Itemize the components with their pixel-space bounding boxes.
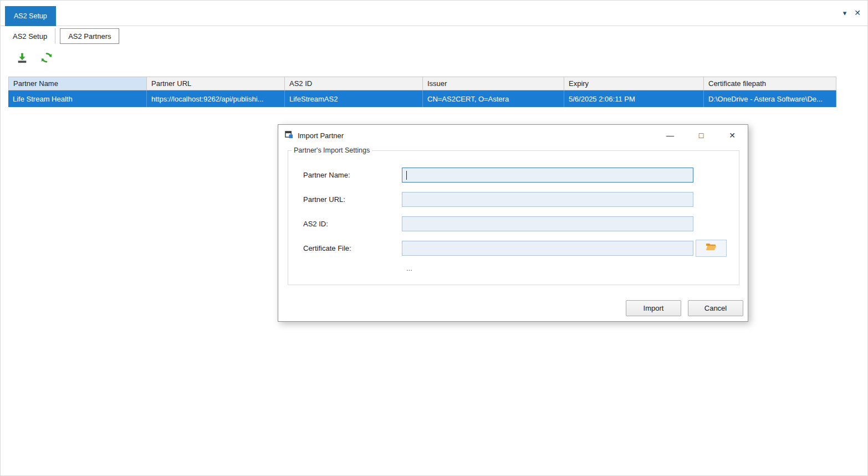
import-button[interactable]: Import — [626, 300, 681, 316]
partners-table: Partner Name Partner URL AS2 ID Issuer E… — [8, 77, 836, 107]
column-header-certificate-filepath[interactable]: Certificate filepath — [704, 77, 836, 90]
cell-issuer: CN=AS2CERT, O=Astera — [423, 90, 564, 107]
dialog-window-controls: — □ ✕ — [666, 125, 737, 146]
tab-as2-partners[interactable]: AS2 Partners — [60, 28, 119, 44]
dialog-buttons: Import Cancel — [626, 300, 743, 316]
text-caret — [406, 171, 407, 180]
certificate-file-label: Certificate File: — [303, 244, 402, 252]
tab-list-dropdown-icon[interactable]: ▾ — [843, 9, 847, 17]
subtab-strip: AS2 Setup AS2 Partners — [5, 28, 119, 44]
table-row-selected[interactable]: Life Stream Health https://localhost:926… — [8, 90, 836, 107]
cancel-button[interactable]: Cancel — [688, 300, 743, 316]
toolbar — [15, 52, 54, 66]
tab-as2-setup-label: AS2 Setup — [13, 32, 47, 40]
browse-certificate-button[interactable] — [696, 240, 727, 257]
column-header-as2-id[interactable]: AS2 ID — [285, 77, 423, 90]
partner-url-label: Partner URL: — [303, 195, 402, 204]
column-header-issuer[interactable]: Issuer — [423, 77, 564, 90]
group-title: Partner's Import Settings — [292, 146, 372, 154]
folder-open-icon — [706, 242, 717, 254]
partner-name-input[interactable] — [402, 168, 693, 183]
import-partner-dialog: Import Partner — □ ✕ Partner's Import Se… — [278, 124, 748, 322]
as2-id-row: AS2 ID: — [303, 215, 739, 232]
document-tabbar: AS2 Setup ▾ ✕ — [1, 1, 867, 26]
document-tab-label: AS2 Setup — [14, 12, 47, 20]
document-close-icon[interactable]: ✕ — [854, 8, 861, 17]
column-header-partner-url[interactable]: Partner URL — [147, 77, 285, 90]
partner-name-row: Partner Name: — [303, 166, 739, 183]
maximize-icon[interactable]: □ — [697, 131, 706, 140]
certificate-file-input[interactable] — [402, 241, 693, 256]
document-tabbar-controls: ▾ ✕ — [843, 8, 861, 17]
refresh-icon — [40, 52, 53, 66]
app-window: AS2 Setup ▾ ✕ AS2 Setup AS2 Partners — [0, 0, 868, 476]
partner-name-label: Partner Name: — [303, 171, 402, 179]
cell-as2-id: LifeStreamAS2 — [285, 90, 423, 107]
certificate-file-row: Certificate File: — [303, 240, 739, 256]
ellipsis-label: ... — [406, 264, 739, 272]
as2-id-label: AS2 ID: — [303, 220, 402, 228]
dialog-titlebar[interactable]: Import Partner — □ ✕ — [278, 125, 748, 146]
cell-expiry: 5/6/2025 2:06:11 PM — [564, 90, 704, 107]
minimize-icon[interactable]: — — [666, 131, 675, 140]
dialog-title: Import Partner — [298, 131, 344, 140]
table-header-row: Partner Name Partner URL AS2 ID Issuer E… — [8, 77, 836, 90]
tab-as2-setup[interactable]: AS2 Setup — [5, 28, 55, 44]
import-partner-button[interactable] — [15, 52, 29, 66]
as2-id-input[interactable] — [402, 216, 693, 231]
tab-as2-partners-label: AS2 Partners — [68, 32, 111, 40]
column-header-partner-name[interactable]: Partner Name — [8, 77, 147, 90]
partners-import-settings-group: Partner's Import Settings Partner Name: … — [288, 146, 739, 285]
cell-certificate-filepath: D:\OneDrive - Astera Software\De... — [704, 90, 836, 107]
document-tab-as2-setup[interactable]: AS2 Setup — [5, 6, 56, 26]
cell-partner-url: https://localhost:9262/api/publishi... — [147, 90, 285, 107]
download-icon — [16, 52, 28, 66]
cell-partner-name: Life Stream Health — [8, 90, 147, 107]
refresh-button[interactable] — [39, 52, 54, 66]
dialog-app-icon — [285, 130, 293, 141]
partner-url-row: Partner URL: — [303, 191, 739, 207]
partner-url-input[interactable] — [402, 192, 693, 207]
column-header-expiry[interactable]: Expiry — [564, 77, 704, 90]
close-icon[interactable]: ✕ — [728, 131, 737, 140]
